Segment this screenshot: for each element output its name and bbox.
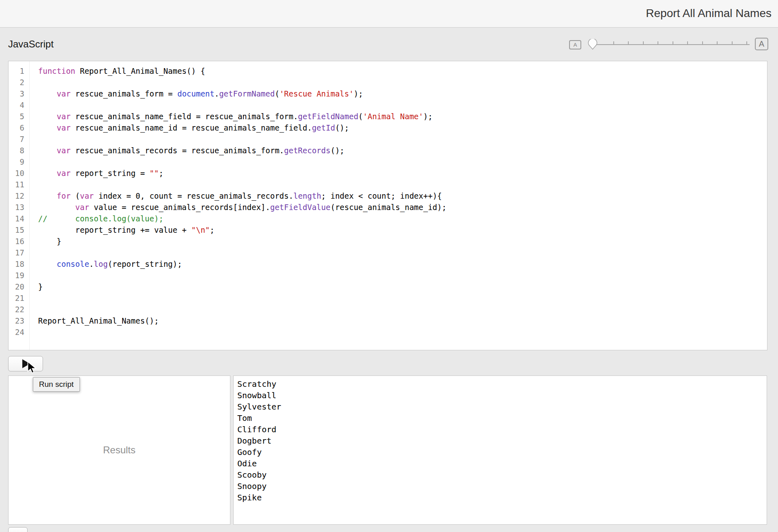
code-token: .: [215, 89, 219, 98]
code-line[interactable]: for (var index = 0, count = rescue_anima…: [38, 190, 767, 202]
code-token: rescue_animals_records = rescue_animals_…: [71, 146, 284, 155]
line-number: 7: [9, 133, 24, 145]
slider-ticks: [613, 41, 747, 45]
code-token: "": [150, 169, 159, 178]
code-token: rescue_animals_name_id = rescue_animals_…: [71, 123, 312, 132]
code-line[interactable]: console.log(report_string);: [38, 258, 767, 270]
code-line[interactable]: function Report_All_Animal_Names() {: [38, 65, 767, 77]
code-token: rescue_animals_form =: [71, 89, 177, 98]
code-token: length: [293, 191, 321, 200]
code-line[interactable]: // console.log(value);: [38, 213, 767, 224]
code-token: (rescue_animals_name_id);: [331, 203, 447, 212]
code-line[interactable]: var rescue_animals_records = rescue_anim…: [38, 145, 767, 156]
code-token: [38, 89, 57, 98]
code-line[interactable]: [38, 304, 767, 315]
code-line[interactable]: [38, 77, 767, 88]
code-token: getRecords: [284, 146, 330, 155]
code-line[interactable]: var rescue_animals_name_id = rescue_anim…: [38, 122, 767, 133]
slider-tick: [687, 41, 688, 45]
line-number: 6: [9, 122, 24, 133]
mouse-cursor-icon: [27, 361, 37, 375]
code-line[interactable]: [38, 247, 767, 258]
code-token: getFieldNamed: [298, 112, 359, 121]
code-line[interactable]: }: [38, 281, 767, 292]
window-title: Report All Animal Names: [646, 0, 772, 27]
code-token: [38, 169, 57, 178]
code-token: );: [423, 112, 433, 121]
code-token: ();: [331, 146, 344, 155]
line-number: 3: [9, 88, 24, 99]
code-line[interactable]: [38, 133, 767, 145]
line-number: 17: [9, 247, 24, 258]
code-token: for: [57, 191, 71, 200]
results-pane: Results: [8, 375, 230, 525]
code-line[interactable]: var rescue_animals_form = document.getFo…: [38, 88, 767, 99]
code-token: (: [358, 112, 363, 121]
line-number: 5: [9, 111, 24, 122]
line-number: 10: [9, 167, 24, 179]
code-line[interactable]: [38, 270, 767, 281]
run-script-button[interactable]: [8, 356, 43, 371]
code-line[interactable]: [38, 156, 767, 167]
line-number: 21: [9, 292, 24, 304]
code-token: rescue_animals_name_field = rescue_anima…: [71, 112, 298, 121]
code-token: getId: [312, 123, 335, 132]
code-line[interactable]: var report_string = "";: [38, 167, 767, 179]
code-token: function: [38, 66, 75, 75]
code-line[interactable]: var value = rescue_animals_records[index…: [38, 202, 767, 213]
line-number: 23: [9, 315, 24, 326]
line-number: 2: [9, 77, 24, 88]
code-line[interactable]: var rescue_animals_name_field = rescue_a…: [38, 111, 767, 122]
cutoff-button[interactable]: [8, 527, 28, 532]
code-token: var: [57, 123, 71, 132]
output-line: Dogbert: [237, 435, 767, 446]
code-token: }: [38, 237, 61, 246]
results-output[interactable]: ScratchySnowballSylvesterTomCliffordDogb…: [233, 375, 767, 525]
code-line[interactable]: [38, 179, 767, 190]
font-size-slider-thumb[interactable]: [588, 39, 597, 50]
code-line[interactable]: report_string += value + "\n";: [38, 224, 767, 236]
line-number: 12: [9, 190, 24, 202]
language-label: JavaScript: [8, 28, 54, 61]
slider-tick: [628, 41, 629, 45]
code-token: document: [177, 89, 215, 98]
code-token: [38, 112, 57, 121]
output-line: Snoopy: [237, 481, 767, 492]
line-number: 16: [9, 236, 24, 247]
code-token: var: [75, 203, 89, 212]
code-token: Report_All_Animal_Names() {: [75, 66, 205, 75]
code-token: (report_string);: [108, 260, 182, 268]
line-number: 13: [9, 202, 24, 213]
slider-tick: [746, 41, 747, 45]
code-line[interactable]: }: [38, 236, 767, 247]
code-line[interactable]: [38, 326, 767, 338]
code-token: getFieldValue: [270, 203, 331, 212]
line-number: 14: [9, 213, 24, 224]
code-token: Report_All_Animal_Names();: [38, 316, 159, 325]
code-token: index = 0, count = rescue_animals_record…: [94, 191, 293, 200]
line-number: 9: [9, 156, 24, 167]
line-number: 4: [9, 99, 24, 111]
code-token: (: [275, 89, 279, 98]
code-line[interactable]: Report_All_Animal_Names();: [38, 315, 767, 326]
code-token: 'Animal Name': [363, 112, 423, 121]
code-token: "\n": [191, 225, 210, 234]
code-token: }: [38, 282, 43, 291]
code-editor[interactable]: 123456789101112131415161718192021222324 …: [8, 61, 767, 350]
code-token: report_string += value +: [38, 225, 191, 234]
code-line[interactable]: [38, 99, 767, 111]
output-line: Snowball: [237, 390, 767, 401]
code-token: var: [57, 146, 71, 155]
code-token: [38, 191, 57, 200]
output-line: Scratchy: [237, 378, 767, 390]
output-line: Scooby: [237, 469, 767, 481]
titlebar: Report All Animal Names: [0, 0, 778, 28]
line-number: 22: [9, 304, 24, 315]
code-token: var: [57, 89, 71, 98]
code-token: ;: [159, 169, 163, 178]
code-line[interactable]: [38, 292, 767, 304]
code-token: ;: [210, 225, 214, 234]
code-token: var: [57, 112, 71, 121]
line-number: 1: [9, 65, 24, 77]
code-area[interactable]: function Report_All_Animal_Names() { var…: [30, 61, 767, 350]
